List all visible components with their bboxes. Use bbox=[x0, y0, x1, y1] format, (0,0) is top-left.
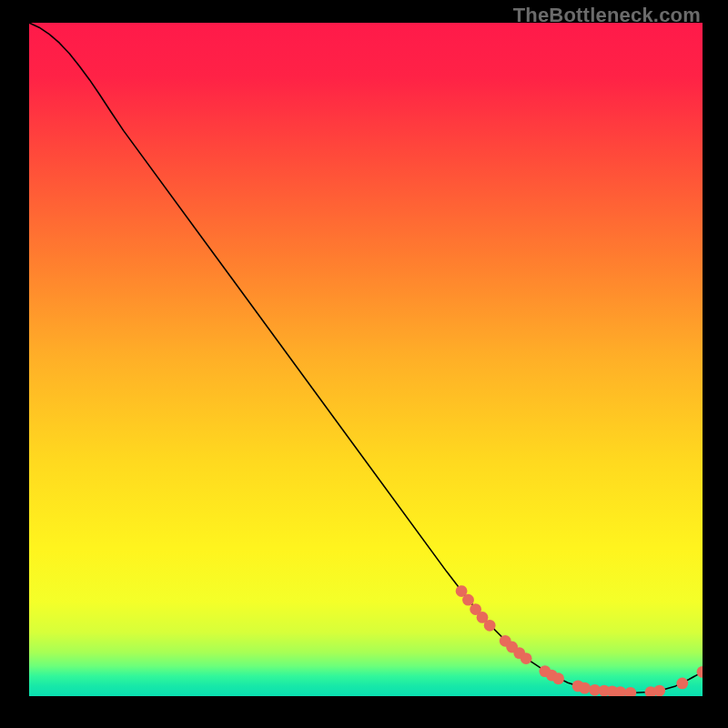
highlight-marker bbox=[484, 620, 496, 632]
chart-stage: TheBottleneck.com bbox=[0, 0, 728, 728]
bottleneck-chart bbox=[29, 23, 703, 696]
highlight-marker bbox=[521, 652, 532, 664]
highlight-marker bbox=[462, 594, 474, 606]
highlight-marker bbox=[552, 672, 564, 684]
gradient-background bbox=[29, 23, 703, 696]
highlight-marker bbox=[676, 678, 688, 690]
highlight-marker bbox=[653, 685, 665, 696]
highlight-marker bbox=[579, 682, 591, 694]
